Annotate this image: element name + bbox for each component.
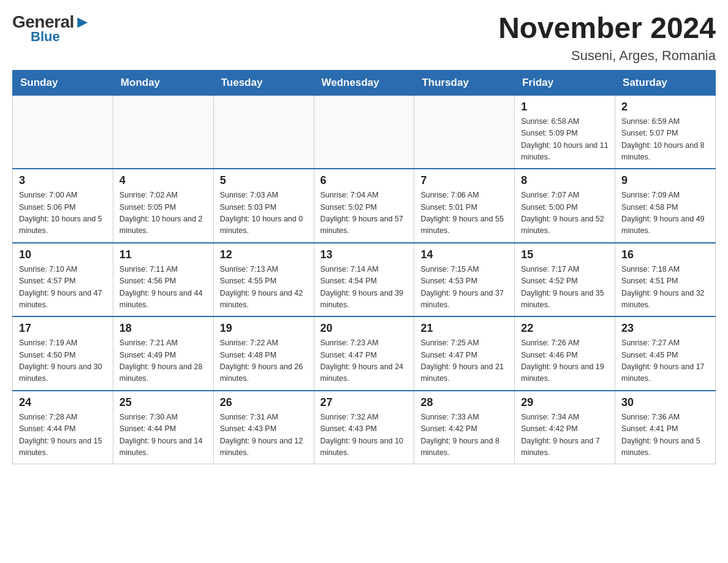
day-number: 15 bbox=[521, 248, 609, 261]
day-info: Sunrise: 7:11 AMSunset: 4:56 PMDaylight:… bbox=[119, 264, 207, 312]
calendar-cell: 22Sunrise: 7:26 AMSunset: 4:46 PMDayligh… bbox=[515, 316, 615, 391]
calendar-cell: 25Sunrise: 7:30 AMSunset: 4:44 PMDayligh… bbox=[113, 391, 213, 464]
day-number: 8 bbox=[521, 174, 609, 187]
day-info: Sunrise: 7:15 AMSunset: 4:53 PMDaylight:… bbox=[420, 264, 508, 312]
day-info: Sunrise: 7:09 AMSunset: 4:58 PMDaylight:… bbox=[621, 190, 709, 237]
day-number: 21 bbox=[420, 322, 508, 335]
calendar-cell: 1Sunrise: 6:58 AMSunset: 5:09 PMDaylight… bbox=[515, 95, 615, 169]
calendar-cell: 28Sunrise: 7:33 AMSunset: 4:42 PMDayligh… bbox=[414, 391, 515, 464]
day-info: Sunrise: 7:10 AMSunset: 4:57 PMDaylight:… bbox=[19, 264, 107, 312]
day-number: 4 bbox=[119, 174, 207, 187]
calendar-cell: 27Sunrise: 7:32 AMSunset: 4:43 PMDayligh… bbox=[314, 391, 414, 464]
day-info: Sunrise: 7:34 AMSunset: 4:42 PMDaylight:… bbox=[521, 412, 609, 459]
calendar-cell: 9Sunrise: 7:09 AMSunset: 4:58 PMDaylight… bbox=[615, 169, 716, 243]
day-header-wednesday: Wednesday bbox=[314, 70, 414, 95]
calendar-title: November 2024 bbox=[498, 12, 716, 45]
day-header-friday: Friday bbox=[515, 70, 615, 95]
calendar-cell: 24Sunrise: 7:28 AMSunset: 4:44 PMDayligh… bbox=[13, 391, 113, 464]
day-info: Sunrise: 7:36 AMSunset: 4:41 PMDaylight:… bbox=[621, 412, 709, 459]
calendar-week-4: 17Sunrise: 7:19 AMSunset: 4:50 PMDayligh… bbox=[13, 316, 716, 391]
day-info: Sunrise: 7:03 AMSunset: 5:03 PMDaylight:… bbox=[220, 190, 308, 237]
day-number: 14 bbox=[420, 248, 508, 261]
calendar-cell: 5Sunrise: 7:03 AMSunset: 5:03 PMDaylight… bbox=[213, 169, 314, 243]
calendar-cell: 30Sunrise: 7:36 AMSunset: 4:41 PMDayligh… bbox=[615, 391, 716, 464]
day-number: 27 bbox=[320, 396, 408, 409]
day-number: 13 bbox=[320, 248, 408, 261]
calendar-cell: 18Sunrise: 7:21 AMSunset: 4:49 PMDayligh… bbox=[113, 316, 213, 391]
day-number: 6 bbox=[320, 174, 408, 187]
calendar-cell: 11Sunrise: 7:11 AMSunset: 4:56 PMDayligh… bbox=[113, 243, 213, 317]
day-number: 11 bbox=[119, 248, 207, 261]
day-number: 7 bbox=[420, 174, 508, 187]
calendar-cell: 13Sunrise: 7:14 AMSunset: 4:54 PMDayligh… bbox=[314, 243, 414, 317]
calendar-cell bbox=[213, 95, 314, 169]
calendar-week-3: 10Sunrise: 7:10 AMSunset: 4:57 PMDayligh… bbox=[13, 243, 716, 317]
day-info: Sunrise: 7:26 AMSunset: 4:46 PMDaylight:… bbox=[521, 337, 609, 385]
calendar-week-5: 24Sunrise: 7:28 AMSunset: 4:44 PMDayligh… bbox=[13, 391, 716, 464]
day-number: 30 bbox=[621, 396, 709, 409]
day-number: 1 bbox=[521, 101, 609, 113]
calendar-cell: 29Sunrise: 7:34 AMSunset: 4:42 PMDayligh… bbox=[515, 391, 615, 464]
calendar-table: SundayMondayTuesdayWednesdayThursdayFrid… bbox=[12, 70, 716, 465]
day-info: Sunrise: 7:25 AMSunset: 4:47 PMDaylight:… bbox=[420, 337, 508, 385]
calendar-cell: 17Sunrise: 7:19 AMSunset: 4:50 PMDayligh… bbox=[13, 316, 113, 391]
day-info: Sunrise: 7:18 AMSunset: 4:51 PMDaylight:… bbox=[621, 264, 709, 312]
day-number: 12 bbox=[220, 248, 308, 261]
day-info: Sunrise: 7:06 AMSunset: 5:01 PMDaylight:… bbox=[420, 190, 508, 237]
calendar-cell: 12Sunrise: 7:13 AMSunset: 4:55 PMDayligh… bbox=[213, 243, 314, 317]
day-header-monday: Monday bbox=[113, 70, 213, 95]
day-number: 19 bbox=[220, 322, 308, 335]
day-info: Sunrise: 7:27 AMSunset: 4:45 PMDaylight:… bbox=[621, 337, 709, 385]
calendar-cell bbox=[314, 95, 414, 169]
calendar-cell: 16Sunrise: 7:18 AMSunset: 4:51 PMDayligh… bbox=[615, 243, 716, 317]
day-number: 23 bbox=[621, 322, 709, 335]
calendar-subtitle: Suseni, Arges, Romania bbox=[498, 48, 716, 64]
day-info: Sunrise: 7:13 AMSunset: 4:55 PMDaylight:… bbox=[220, 264, 308, 312]
day-number: 16 bbox=[621, 248, 709, 261]
page-header: General► Blue November 2024 Suseni, Arge… bbox=[12, 12, 716, 64]
calendar-cell: 20Sunrise: 7:23 AMSunset: 4:47 PMDayligh… bbox=[314, 316, 414, 391]
calendar-cell bbox=[414, 95, 515, 169]
calendar-cell: 8Sunrise: 7:07 AMSunset: 5:00 PMDaylight… bbox=[515, 169, 615, 243]
day-number: 24 bbox=[19, 396, 107, 409]
day-info: Sunrise: 7:30 AMSunset: 4:44 PMDaylight:… bbox=[119, 412, 207, 459]
calendar-cell: 26Sunrise: 7:31 AMSunset: 4:43 PMDayligh… bbox=[213, 391, 314, 464]
calendar-cell: 7Sunrise: 7:06 AMSunset: 5:01 PMDaylight… bbox=[414, 169, 515, 243]
day-info: Sunrise: 7:02 AMSunset: 5:05 PMDaylight:… bbox=[119, 190, 207, 237]
calendar-cell: 14Sunrise: 7:15 AMSunset: 4:53 PMDayligh… bbox=[414, 243, 515, 317]
calendar-cell: 15Sunrise: 7:17 AMSunset: 4:52 PMDayligh… bbox=[515, 243, 615, 317]
calendar-cell: 3Sunrise: 7:00 AMSunset: 5:06 PMDaylight… bbox=[13, 169, 113, 243]
day-number: 3 bbox=[19, 174, 107, 187]
title-section: November 2024 Suseni, Arges, Romania bbox=[498, 12, 716, 64]
day-number: 5 bbox=[220, 174, 308, 187]
day-info: Sunrise: 7:32 AMSunset: 4:43 PMDaylight:… bbox=[320, 412, 408, 459]
calendar-week-1: 1Sunrise: 6:58 AMSunset: 5:09 PMDaylight… bbox=[13, 95, 716, 169]
day-info: Sunrise: 7:00 AMSunset: 5:06 PMDaylight:… bbox=[19, 190, 107, 237]
day-number: 20 bbox=[320, 322, 408, 335]
day-number: 29 bbox=[521, 396, 609, 409]
calendar-cell: 2Sunrise: 6:59 AMSunset: 5:07 PMDaylight… bbox=[615, 95, 716, 169]
calendar-cell: 10Sunrise: 7:10 AMSunset: 4:57 PMDayligh… bbox=[13, 243, 113, 317]
day-info: Sunrise: 7:28 AMSunset: 4:44 PMDaylight:… bbox=[19, 412, 107, 459]
day-number: 22 bbox=[521, 322, 609, 335]
day-header-saturday: Saturday bbox=[615, 70, 716, 95]
day-info: Sunrise: 6:59 AMSunset: 5:07 PMDaylight:… bbox=[621, 116, 709, 164]
calendar-week-2: 3Sunrise: 7:00 AMSunset: 5:06 PMDaylight… bbox=[13, 169, 716, 243]
calendar-cell: 19Sunrise: 7:22 AMSunset: 4:48 PMDayligh… bbox=[213, 316, 314, 391]
day-info: Sunrise: 7:19 AMSunset: 4:50 PMDaylight:… bbox=[19, 337, 107, 385]
day-header-sunday: Sunday bbox=[13, 70, 113, 95]
day-info: Sunrise: 6:58 AMSunset: 5:09 PMDaylight:… bbox=[521, 116, 609, 164]
day-info: Sunrise: 7:04 AMSunset: 5:02 PMDaylight:… bbox=[320, 190, 408, 237]
calendar-cell: 4Sunrise: 7:02 AMSunset: 5:05 PMDaylight… bbox=[113, 169, 213, 243]
logo-blue-text: Blue bbox=[31, 29, 60, 45]
day-number: 9 bbox=[621, 174, 709, 187]
day-info: Sunrise: 7:14 AMSunset: 4:54 PMDaylight:… bbox=[320, 264, 408, 312]
calendar-cell bbox=[13, 95, 113, 169]
day-number: 25 bbox=[119, 396, 207, 409]
day-header-thursday: Thursday bbox=[414, 70, 515, 95]
day-info: Sunrise: 7:21 AMSunset: 4:49 PMDaylight:… bbox=[119, 337, 207, 385]
calendar-cell: 6Sunrise: 7:04 AMSunset: 5:02 PMDaylight… bbox=[314, 169, 414, 243]
calendar-cell: 23Sunrise: 7:27 AMSunset: 4:45 PMDayligh… bbox=[615, 316, 716, 391]
day-number: 26 bbox=[220, 396, 308, 409]
logo: General► Blue bbox=[12, 12, 91, 45]
